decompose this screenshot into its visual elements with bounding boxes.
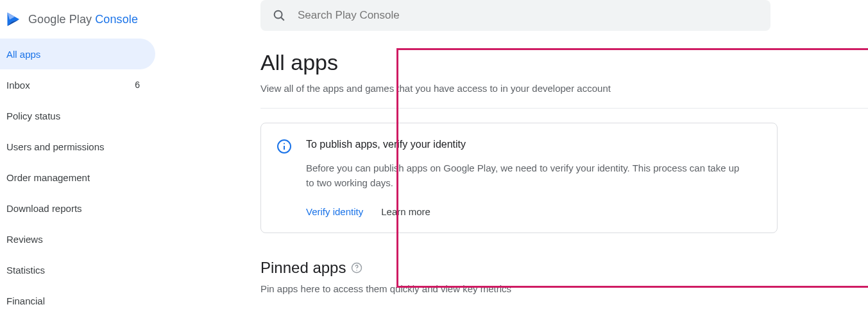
pinned-apps-subtitle: Pin apps here to access them quickly and… <box>260 283 868 294</box>
sidebar-item-policy-status[interactable]: Policy status <box>0 100 155 131</box>
sidebar-item-reviews[interactable]: Reviews <box>0 224 155 254</box>
search-icon <box>272 8 286 22</box>
svg-line-1 <box>281 17 284 21</box>
card-title: To publish apps, verify your identity <box>306 139 749 150</box>
sidebar-item-label: Reviews <box>6 234 43 245</box>
sidebar-item-label: Order management <box>6 172 90 183</box>
verify-identity-button[interactable]: Verify identity <box>306 206 363 217</box>
search-input[interactable] <box>298 9 759 22</box>
divider <box>260 108 868 109</box>
svg-point-4 <box>284 143 285 144</box>
info-icon <box>277 145 292 156</box>
page-subtitle: View all of the apps and games that you … <box>260 83 868 94</box>
inbox-badge: 6 <box>135 80 140 90</box>
main-content: All apps View all of the apps and games … <box>166 0 868 325</box>
sidebar-item-statistics[interactable]: Statistics <box>0 254 155 285</box>
sidebar-item-label: Inbox <box>6 80 30 91</box>
sidebar-item-label: Statistics <box>6 265 45 276</box>
sidebar-item-label: Users and permissions <box>6 141 105 152</box>
page-title: All apps <box>260 50 868 75</box>
pinned-apps-title: Pinned apps <box>260 259 346 277</box>
sidebar-item-financial[interactable]: Financial <box>0 285 155 316</box>
sidebar-item-label: Policy status <box>6 110 60 121</box>
help-icon[interactable] <box>351 262 362 274</box>
card-body: Before you can publish apps on Google Pl… <box>306 161 749 191</box>
sidebar-item-label: Financial <box>6 295 45 306</box>
learn-more-button[interactable]: Learn more <box>381 206 430 217</box>
sidebar: Google Play Console All apps Inbox 6 Pol… <box>0 0 166 325</box>
play-console-icon <box>5 10 23 28</box>
sidebar-item-order-management[interactable]: Order management <box>0 162 155 193</box>
sidebar-item-users-permissions[interactable]: Users and permissions <box>0 131 155 162</box>
sidebar-item-download-reports[interactable]: Download reports <box>0 193 155 224</box>
sidebar-item-label: All apps <box>6 49 40 60</box>
logo[interactable]: Google Play Console <box>0 6 166 39</box>
svg-point-0 <box>275 11 282 19</box>
sidebar-item-inbox[interactable]: Inbox 6 <box>0 69 155 100</box>
sidebar-item-all-apps[interactable]: All apps <box>0 39 155 69</box>
svg-point-6 <box>357 270 358 271</box>
verify-identity-card: To publish apps, verify your identity Be… <box>260 123 778 233</box>
logo-text: Google Play Console <box>28 13 138 26</box>
search-bar[interactable] <box>260 0 770 31</box>
sidebar-item-label: Download reports <box>6 203 82 214</box>
